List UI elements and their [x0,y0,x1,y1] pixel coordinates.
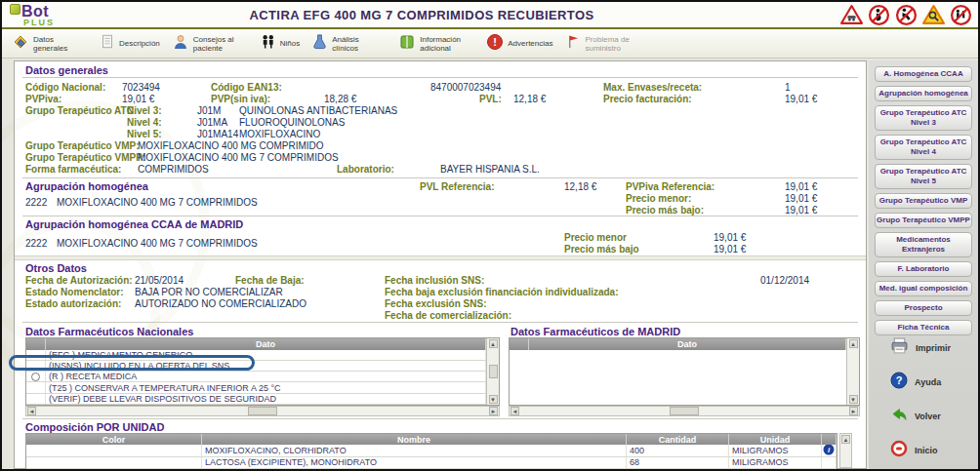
pvl-referencia-value: 12,18 € [564,181,596,192]
nivel5-code: J01MA14 [197,129,238,139]
alert-icon: ! [486,33,504,55]
sidebar-button-vmp[interactable]: Grupo Terapéutico VMP [875,193,972,209]
no-lactation-icon [895,4,918,26]
vertical-scrollbar[interactable]: ▲ ▼ [846,338,859,405]
nivel4-label: Nivel 4: [127,117,162,128]
sidebar-button-atc-nivel-5[interactable]: Grupo Terapéutico ATC Nivel 5 [875,164,972,189]
datos-madrid-table: Dato ▲ ▼ [509,337,860,406]
scroll-left-arrow[interactable]: ◄ [510,407,519,415]
pvpiva-referencia-label: PVPiva Referencia: [626,181,715,192]
warning-icons [840,4,972,26]
flask-icon [311,33,328,54]
ccaa-precio-mas-bajo-label: Precio más bajo [564,244,639,255]
estado-nomenclator-value: BAJA POR NO COMERCIALIZAR [135,287,283,297]
sidebar-button-vmpp[interactable]: Grupo Terapéutico VMPP [875,213,972,228]
sidebar-button-atc-nivel-4[interactable]: Grupo Terapéutico ATC Nivel 4 [875,135,972,160]
scroll-thumb[interactable] [670,407,699,415]
scroll-thumb[interactable] [248,407,277,415]
radio-cell [26,361,46,371]
sidebar-button-agrupacion-homogenea[interactable]: Agrupación homogénea [875,86,972,101]
scroll-right-arrow[interactable]: ► [489,407,498,415]
divider [22,322,858,323]
scroll-up-arrow[interactable]: ▲ [849,339,858,348]
grupo-atc-label: Grupo Terapéutico ATC [25,105,134,116]
precio-facturacion-label: Precio facturación: [603,94,692,104]
horizontal-scrollbar[interactable]: ◄ ► [509,406,860,416]
table-header-row: Dato [26,338,486,350]
no-pregnancy-icon [868,4,890,26]
radio-button[interactable] [31,373,40,381]
ccaa-precio-menor-value: 19,01 € [714,232,746,243]
table-row[interactable]: (EFG ) MEDICAMENTO GENERICO [26,350,486,361]
volver-button[interactable]: Volver [890,406,978,427]
composicion-table: Color Nombre Cantidad Unidad MOXIFLOXACI… [25,433,837,469]
table-header-row: Color Nombre Cantidad Unidad [26,434,837,445]
toolbar: Datos generales Descripción Consejos al … [2,29,978,59]
tab-label: Problema de suministro [586,35,640,53]
pvpiva-referencia-value: 19,01 € [785,181,817,192]
sidebar-button-atc-nivel-3[interactable]: Grupo Terapéutico ATC Nivel 3 [875,105,972,131]
nombre-cell: LACTOSA (EXCIPIENTE), MONOHIDRATO [202,457,627,468]
sidebar-button-prospecto[interactable]: Prospecto [875,300,972,316]
sidebar-button-f-laboratorio[interactable]: F. Laboratorio [875,261,972,277]
action-label: Ayuda [915,377,941,387]
table-row[interactable]: (T25 ) CONSERVAR A TEMPERATURA INFERIOR … [26,382,486,393]
color-cell [26,445,202,456]
table-row[interactable]: (R ) RECETA MEDICA [26,372,486,382]
max-envases-label: Max. Envases/receta: [603,82,702,93]
cantidad-cell: 68 [627,457,729,468]
tab-consejos-al-paciente[interactable]: Consejos al paciente [172,33,248,55]
scroll-left-arrow[interactable]: ◄ [27,407,36,415]
tab-ninos[interactable]: Niños [260,33,300,54]
radio-column-header [26,338,46,350]
scroll-up-arrow[interactable]: ▲ [841,435,850,444]
ayuda-button[interactable]: ? Ayuda [890,372,978,393]
scroll-thumb[interactable] [489,365,498,378]
estado-nomenclator-label: Estado Nomenclator: [25,287,124,297]
tab-problema-suministro[interactable]: Problema de suministro [565,33,640,54]
action-label: Volver [915,412,941,421]
color-cell [26,457,202,468]
sidebar-button-medicamentos-extranjeros[interactable]: Medicamentos Extranjeros [875,232,972,257]
tab-analisis-clinicos[interactable]: Análisis clínicos [311,33,387,54]
unidad-cell: MILIGRAMOS [729,457,822,468]
sidebar-button-med-igual-composicion[interactable]: Med. igual composición [875,281,972,296]
help-icon: ? [890,372,908,393]
info-icon[interactable]: i [823,445,835,456]
action-label: Imprimir [916,343,951,353]
scroll-down-arrow[interactable]: ▼ [489,395,498,404]
sidebar-button-ficha-tecnica[interactable]: Ficha Técnica [875,320,972,335]
vmpp-label: Grupo Terapéutico VMPP: [25,152,145,163]
fecha-baja-label: Fecha de Baja: [235,275,305,286]
table-row[interactable]: (VERIF) DEBE LLEVAR DISPOSITIVOS DE SEGU… [26,394,486,405]
vmp-value: MOXIFLOXACINO 400 MG COMPRIMIDO [138,140,324,151]
home-icon [890,440,908,461]
imprimir-button[interactable]: Imprimir [890,336,978,359]
nivel3-name: QUINOLONAS ANTIBACTERIANAS [239,105,397,116]
tab-informacion-adicional[interactable]: Información adicional [398,33,474,55]
section-title-agrupacion: Agrupación homogénea [25,180,148,192]
vertical-scrollbar[interactable]: ▲ [839,433,852,468]
codigo-ean13-value: 8470007023494 [430,82,501,93]
table-row[interactable]: (INSNS) INCLUIDO EN LA OFERTA DEL SNS [26,361,486,372]
dato-cell: (INSNS) INCLUIDO EN LA OFERTA DEL SNS [46,361,486,371]
section-separator [15,255,866,260]
horizontal-scrollbar[interactable]: ◄ ► [25,406,500,416]
tab-descripcion[interactable]: Descripción [100,33,160,54]
section-title-datos-nacionales: Datos Farmacéuticos Nacionales [25,326,193,337]
nivel3-label: Nivel 3: [127,105,162,116]
scroll-down-arrow[interactable]: ▼ [849,395,858,404]
car-warning-triangle-icon [840,4,863,26]
scroll-right-arrow[interactable]: ► [849,407,858,415]
datos-nacionales-table: Dato (EFG ) MEDICAMENTO GENERICO (INSNS)… [25,337,500,406]
tab-advertencias[interactable]: ! Advertencias [486,33,552,55]
tab-datos-generales[interactable]: Datos generales [12,33,88,55]
composicion-row: LACTOSA (EXCIPIENTE), MONOHIDRATO 68 MIL… [26,457,837,469]
sidebar-actions: Imprimir ? Ayuda Volver Inicio [869,336,978,461]
nivel3-code: J01M [197,105,221,116]
main-content-panel: Datos generales Código Nacional: 7023494… [14,60,867,469]
inicio-button[interactable]: Inicio [890,440,978,461]
scroll-up-arrow[interactable]: ▲ [489,339,498,348]
vertical-scrollbar[interactable]: ▲ ▼ [486,338,499,405]
sidebar-button-homogenea-ccaa[interactable]: A. Homogénea CCAA [875,66,972,82]
